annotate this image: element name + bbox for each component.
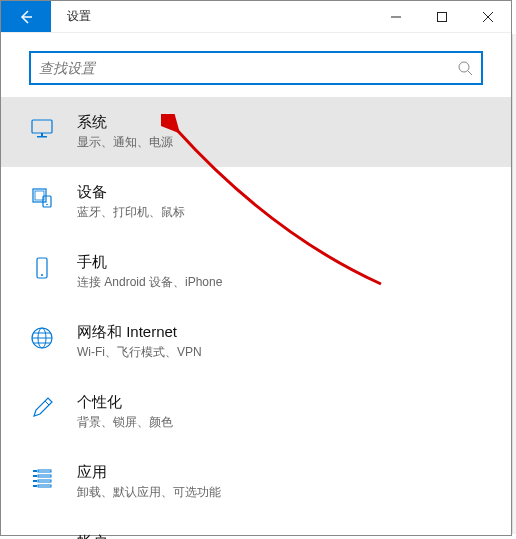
- item-sub: 连接 Android 设备、iPhone: [77, 274, 483, 291]
- window-controls: [373, 1, 511, 32]
- item-title: 网络和 Internet: [77, 323, 483, 342]
- svg-point-8: [46, 204, 48, 206]
- apps-icon: [29, 465, 55, 491]
- item-system[interactable]: 系统 显示、通知、电源: [1, 97, 511, 167]
- right-edge: [512, 34, 516, 534]
- item-devices[interactable]: 设备 蓝牙、打印机、鼠标: [1, 167, 511, 237]
- item-title: 系统: [77, 113, 483, 132]
- search-icon: [457, 60, 473, 76]
- svg-rect-17: [33, 480, 37, 482]
- svg-rect-20: [38, 485, 51, 487]
- item-text: 系统 显示、通知、电源: [77, 113, 483, 151]
- window-title: 设置: [51, 1, 373, 32]
- system-icon: [29, 115, 55, 141]
- svg-rect-16: [38, 475, 51, 477]
- item-text: 个性化 背景、锁屏、颜色: [77, 393, 483, 431]
- network-icon: [29, 325, 55, 351]
- svg-rect-18: [38, 480, 51, 482]
- item-text: 网络和 Internet Wi-Fi、飞行模式、VPN: [77, 323, 483, 361]
- item-sub: 蓝牙、打印机、鼠标: [77, 204, 483, 221]
- search-input[interactable]: [39, 60, 457, 76]
- item-title: 帐户: [77, 533, 483, 539]
- item-network[interactable]: 网络和 Internet Wi-Fi、飞行模式、VPN: [1, 307, 511, 377]
- item-apps[interactable]: 应用 卸载、默认应用、可选功能: [1, 447, 511, 517]
- svg-rect-15: [33, 475, 37, 477]
- item-text: 手机 连接 Android 设备、iPhone: [77, 253, 483, 291]
- item-title: 设备: [77, 183, 483, 202]
- accounts-icon: [29, 535, 55, 539]
- item-text: 应用 卸载、默认应用、可选功能: [77, 463, 483, 501]
- back-arrow-icon: [18, 9, 34, 25]
- search-box[interactable]: [29, 51, 483, 85]
- settings-window: 设置 系统: [0, 0, 512, 536]
- svg-rect-14: [38, 470, 51, 472]
- item-phone[interactable]: 手机 连接 Android 设备、iPhone: [1, 237, 511, 307]
- item-sub: Wi-Fi、飞行模式、VPN: [77, 344, 483, 361]
- svg-point-1: [459, 62, 469, 72]
- item-sub: 背景、锁屏、颜色: [77, 414, 483, 431]
- item-accounts[interactable]: 帐户 你的帐户、电子邮件、同步设置、工作、其他人员: [1, 517, 511, 539]
- maximize-button[interactable]: [419, 1, 465, 32]
- item-title: 手机: [77, 253, 483, 272]
- item-title: 个性化: [77, 393, 483, 412]
- category-list: 系统 显示、通知、电源 设备 蓝牙、打印机、鼠标 手机 连接 Android 设…: [1, 97, 511, 539]
- maximize-icon: [437, 12, 447, 22]
- item-sub: 卸载、默认应用、可选功能: [77, 484, 483, 501]
- minimize-icon: [391, 12, 401, 22]
- personalization-icon: [29, 395, 55, 421]
- item-sub: 显示、通知、电源: [77, 134, 483, 151]
- close-icon: [483, 12, 493, 22]
- back-button[interactable]: [1, 1, 51, 32]
- devices-icon: [29, 185, 55, 211]
- svg-rect-0: [438, 12, 447, 21]
- svg-rect-2: [32, 120, 52, 133]
- close-button[interactable]: [465, 1, 511, 32]
- svg-rect-19: [33, 485, 37, 487]
- svg-point-10: [41, 274, 43, 276]
- phone-icon: [29, 255, 55, 281]
- svg-rect-13: [33, 470, 37, 472]
- item-title: 应用: [77, 463, 483, 482]
- item-personalization[interactable]: 个性化 背景、锁屏、颜色: [1, 377, 511, 447]
- titlebar: 设置: [1, 1, 511, 33]
- item-text: 帐户 你的帐户、电子邮件、同步设置、工作、其他人员: [77, 533, 483, 539]
- search-area: [1, 33, 511, 97]
- item-text: 设备 蓝牙、打印机、鼠标: [77, 183, 483, 221]
- svg-rect-3: [37, 136, 47, 138]
- minimize-button[interactable]: [373, 1, 419, 32]
- svg-rect-4: [41, 133, 43, 136]
